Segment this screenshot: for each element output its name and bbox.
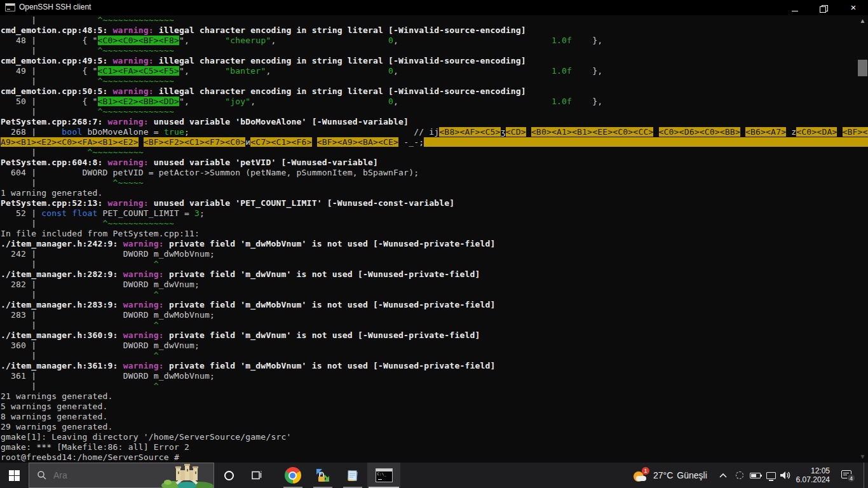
title-bar: OpenSSH SSH client × [0,0,868,15]
taskbar-app-ssh-console[interactable]: C:\_ [367,463,400,488]
terminal-segment: ./item_manager.h:242:9: [1,239,123,248]
terminal-segment: 604 | DWORD petVID = petActor->Summon (p… [1,168,419,177]
console-window-icon: C:\_ [376,468,393,482]
terminal-segment: <C0><C0><BF><F8> [98,36,179,45]
terminal-segment [740,127,745,137]
minimize-button[interactable] [780,0,810,15]
terminal-segment: | [1,46,98,55]
tray-app-button[interactable] [733,463,747,488]
terminal-segment: root@freebsd14:/home/ServerSource # [1,452,184,462]
terminal-segment: warning: [108,117,154,126]
terminal-segment: gmake: *** [Makefile:86: all] Error 2 [1,442,189,452]
terminal-segment: <B1><E2><BB><DD> [98,97,179,106]
battery-button[interactable] [747,463,763,488]
terminal-segment: }, [572,66,602,76]
terminal-segment: bDoMoveAlone = [82,127,163,137]
terminal-segment: unused variable 'bDoMoveAlone' [-Wunused… [154,117,409,126]
taskbar-app-file-transfer[interactable] [308,463,337,488]
terminal-line: | ^~~~~~~~~~~~~~~ [1,107,868,117]
terminal-segment: | [1,290,154,299]
network-icon [766,472,776,479]
action-center-badge: 4 [847,474,855,482]
chrome-icon [285,467,301,484]
terminal-segment: <C0><D6><C0><BB> [659,127,740,137]
terminal-segment: 283 | DWORD m_dwMobVnum; [1,310,215,320]
terminal-segment: 49 | { " [1,66,98,76]
action-center-button[interactable]: 4 [834,463,860,488]
weather-widget[interactable]: 1 27°C Güneşli [633,463,714,488]
terminal-segment: ^~~~~~~~~~~~~~ [103,219,174,228]
terminal-segment: ʒ [501,127,506,137]
terminal-segment: }, [572,97,602,106]
terminal-segment: ^~~~~~~~~~~~~~~ [98,15,174,25]
terminal-line: | ^ [1,320,868,330]
terminal-segment: warning: [108,158,154,167]
terminal-screen[interactable]: | ^~~~~~~~~~~~~~~cmd_emotion.cpp:48:5: w… [0,15,868,463]
terminal-line: root@freebsd14:/home/ServerSource # [1,452,868,463]
terminal-segment: cmd_emotion.cpp:50:5: [1,86,113,96]
terminal-line: 29 warnings generated. [1,422,868,432]
terminal-segment: warning: [123,239,169,248]
search-icon [37,470,47,480]
terminal-line: PetSystem.cpp:604:8: warning: unused var… [1,158,868,168]
show-desktop-button[interactable] [864,463,868,488]
terminal-segment: illegal character encoding in string lit… [159,25,526,35]
terminal-segment: "cheerup" [225,36,271,45]
terminal-line: 283 | DWORD m_dwMobVnum; [1,310,868,320]
terminal-segment: warning: [113,86,159,96]
terminal-segment: const [41,208,67,218]
terminal-segment: , [250,97,388,106]
weather-temp: 27°C [653,470,673,480]
terminal-segment [139,137,144,147]
terminal-segment [424,137,867,147]
terminal-segment: A9><B1><E2><C0><FA><B1><E2> [1,137,139,147]
terminal-segment: 1.0f [552,66,572,76]
scroll-up-icon[interactable]: ▲ [857,17,868,25]
taskbar-app-chrome[interactable] [278,463,308,488]
terminal-segment: <B8><AF><C5> [439,127,500,137]
close-button[interactable]: × [839,0,868,15]
terminal-segment: 242 | DWORD m_dwMobVnum; [1,249,215,259]
terminal-segment: 361 | DWORD m_dwMobVnum; [1,371,215,381]
tray-expand-button[interactable] [716,463,730,488]
scrollbar-thumb[interactable] [858,60,867,76]
task-view-button[interactable] [244,463,269,488]
terminal-segment: bool [62,127,82,137]
terminal-segment: ./item_manager.h:360:9: [1,330,123,340]
clock[interactable]: 12:05 6.07.2024 [796,463,831,488]
terminal-scrollbar[interactable]: ▲ ▼ [857,15,868,463]
clock-time: 12:05 [811,466,830,475]
terminal-segment: }, [572,36,602,45]
restore-button[interactable] [810,0,839,15]
terminal-body: | ^~~~~~~~~~~~~~~cmd_emotion.cpp:48:5: w… [1,15,868,463]
taskbar-app-notepad[interactable] [337,463,367,488]
search-box[interactable] [29,463,214,488]
notepad-icon [345,468,360,483]
terminal-segment: , [266,66,388,76]
terminal-line: | ^~~~~~~~~~~~~~~ [1,15,868,25]
start-button[interactable] [0,463,29,488]
terminal-segment: | [1,76,98,86]
terminal-segment: PetSystem.cpp:268:7: [1,117,108,126]
terminal-segment: warning: [113,25,159,35]
terminal-line: ./item_manager.h:242:9: warning: private… [1,239,868,249]
terminal-segment: 0 [388,36,393,45]
search-input[interactable] [52,470,160,481]
action-center-icon: 4 [841,470,853,480]
terminal-segment: ./item_manager.h:283:9: [1,300,123,309]
search-highlight-image[interactable] [160,463,214,488]
cortana-button[interactable] [216,463,241,488]
dashed-circle-icon [736,471,743,479]
terminal-segment: <BF><F2><C1><F7><C0> [144,137,246,147]
terminal-line: 268 | bool bDoMoveAlone = true; // ij<B8… [1,127,868,137]
volume-icon [779,470,792,480]
terminal-segment: 52 | [1,208,41,218]
network-button[interactable] [763,463,778,488]
terminal-segment: private field 'm_dwVnum' is not used [-W… [169,330,480,340]
console-app-icon [5,3,15,11]
scroll-down-icon[interactable]: ▼ [857,452,868,461]
terminal-line: ./item_manager.h:282:9: warning: private… [1,269,868,280]
terminal-segment [312,137,317,147]
terminal-segment: 48 | { " [1,36,98,45]
volume-button[interactable] [777,463,794,488]
